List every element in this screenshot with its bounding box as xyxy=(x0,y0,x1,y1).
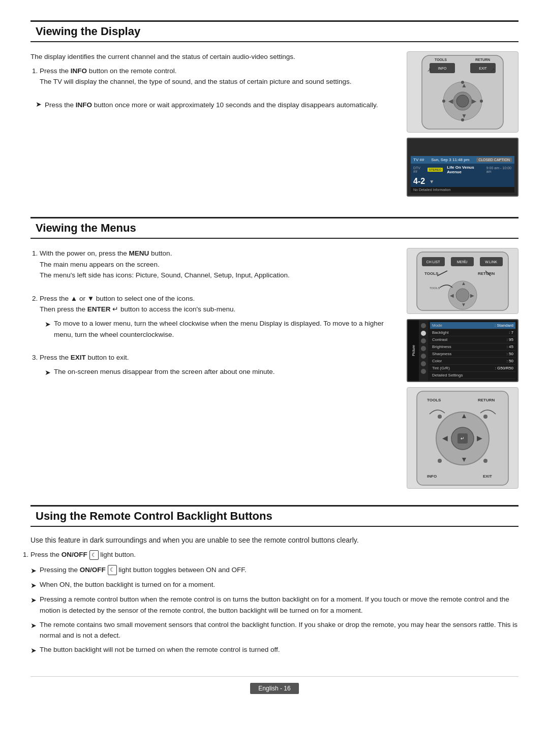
onoff-symbol-2: ☾ xyxy=(108,565,117,575)
section-title-menus: Viewing the Menus xyxy=(36,222,136,235)
backlight-note-5: ➤ The button backlight will not be turne… xyxy=(30,644,518,656)
backlight-note-4: ➤ The remote contains two small movement… xyxy=(30,619,518,641)
section-header-display: Viewing the Display xyxy=(30,20,518,42)
svg-point-55 xyxy=(483,459,487,463)
svg-text:↗: ↗ xyxy=(491,67,495,73)
backlight-note-3: ➤ Pressing a remote control button when … xyxy=(30,594,518,616)
svg-text:RETURN: RETURN xyxy=(478,398,495,402)
svg-text:▲: ▲ xyxy=(461,412,468,420)
display-note-1: ➤ Press the INFO button once more or wai… xyxy=(36,100,396,111)
svg-text:◀: ◀ xyxy=(442,434,448,442)
channel-number: 4-2 xyxy=(413,177,425,186)
svg-text:▶: ▶ xyxy=(470,293,474,298)
onoff-symbol: ☾ xyxy=(89,550,99,560)
menus-note-2: ➤ The on-screen menus disappear from the… xyxy=(45,366,396,378)
svg-text:W.LINK: W.LINK xyxy=(485,260,497,264)
note-arrow-6: ➤ xyxy=(30,594,37,606)
menus-step-3: Press the EXIT button to exit. ➤ The on-… xyxy=(40,352,396,378)
note-arrow-7: ➤ xyxy=(30,620,37,631)
note-arrow-icon: ➤ xyxy=(36,100,42,108)
svg-text:↵: ↵ xyxy=(461,436,465,441)
remote-nav-image: TOOLS RETURN INFO EXIT ↵ ▲ ▼ ◀ ▶ xyxy=(407,387,518,489)
svg-text:▶: ▶ xyxy=(472,98,477,105)
menus-note-1: ➤ To move to a lower menu, turn the whee… xyxy=(45,318,396,340)
text-col-menus: With the power on, press the MENU button… xyxy=(30,248,396,489)
svg-text:⊞: ⊞ xyxy=(464,259,466,262)
display-step-1-sub: The TV will display the channel, the typ… xyxy=(40,78,352,85)
menus-step-2: Press the ▲ or ▼ button to select one of… xyxy=(40,293,396,340)
tv-detail: No Detailed Information xyxy=(411,187,514,193)
page-footer: English - 16 xyxy=(30,676,518,694)
svg-text:TOOLS: TOOLS xyxy=(424,271,439,276)
menu-row-contrast: Contrast : 95 xyxy=(430,336,515,343)
tv-channel-bar: DTV ## STEREO Life On Venus Avenue 9:00 … xyxy=(411,164,514,176)
menu-main-content: Mode : Standard Backlight : 7 Contrast :… xyxy=(428,320,517,381)
menu-icons xyxy=(419,320,428,381)
menus-step-1: With the power on, press the MENU button… xyxy=(40,248,396,281)
page-number-badge: English - 16 xyxy=(250,683,298,694)
section-body-menus: With the power on, press the MENU button… xyxy=(30,248,518,489)
svg-text:◀: ◀ xyxy=(450,293,454,298)
tv-screen-mockup: TV ## Sun, Sep 3 11:48 pm CLOSED CAPTION… xyxy=(407,138,518,197)
note-arrow-4: ➤ xyxy=(30,565,37,576)
svg-point-52 xyxy=(438,415,442,419)
svg-text:CH LIST: CH LIST xyxy=(426,260,441,264)
section-title-backlight: Using the Remote Control Backlight Butto… xyxy=(36,510,272,523)
remote-menu-buttons: CH LIST MENU ⊞ W.LINK TOOLS RETURN xyxy=(407,248,518,314)
text-col-display: The display identifies the current chann… xyxy=(30,51,396,201)
svg-text:INFO: INFO xyxy=(438,67,447,70)
image-col-menus: CH LIST MENU ⊞ W.LINK TOOLS RETURN xyxy=(407,248,518,489)
note-arrow-2: ➤ xyxy=(45,319,51,330)
note-arrow-8: ➤ xyxy=(30,645,37,656)
note-arrow-5: ➤ xyxy=(30,580,37,591)
menu-row-mode: Mode : Standard xyxy=(430,322,515,329)
section-header-menus: Viewing the Menus xyxy=(30,217,518,239)
menu-row-backlight: Backlight : 7 xyxy=(430,329,515,336)
svg-point-15 xyxy=(461,118,464,121)
remote-top-image: INFO EXIT ↗ ↗ ▲ ▼ ◀ ▶ xyxy=(407,51,518,133)
backlight-content: Use this feature in dark surroundings an… xyxy=(30,536,518,656)
note-arrow-3: ➤ xyxy=(45,367,51,378)
svg-text:TOOLS: TOOLS xyxy=(427,398,441,402)
menu-body: Picture Mode xyxy=(408,320,517,381)
tv-inner: TV ## Sun, Sep 3 11:48 pm CLOSED CAPTION… xyxy=(411,142,514,193)
menu-screen-mockup: Picture Mode xyxy=(407,319,518,382)
svg-text:RETURN: RETURN xyxy=(475,58,490,61)
svg-text:EXIT: EXIT xyxy=(479,67,487,70)
svg-text:▼: ▼ xyxy=(461,302,466,307)
remote-top-svg: INFO EXIT ↗ ↗ ▲ ▼ ◀ ▶ xyxy=(412,53,513,132)
svg-point-16 xyxy=(442,100,445,103)
backlight-note-1: ➤ Pressing the ON/OFF ☾ light button tog… xyxy=(30,564,518,576)
svg-text:▶: ▶ xyxy=(477,434,482,442)
menu-row-color: Color : 50 xyxy=(430,358,515,365)
menu-row-tint: Tint (G/R) : G50/R50 xyxy=(430,365,515,372)
display-step-1: Press the INFO button on the remote cont… xyxy=(40,66,396,87)
svg-text:◀: ◀ xyxy=(448,98,453,105)
svg-text:▲: ▲ xyxy=(461,280,466,286)
svg-point-14 xyxy=(461,81,464,84)
backlight-note-2: ➤ When ON, the button backlight is turne… xyxy=(30,579,518,591)
svg-text:▼: ▼ xyxy=(461,455,468,463)
section-header-backlight: Using the Remote Control Backlight Butto… xyxy=(30,505,518,527)
backlight-step-1: Press the ON/OFF ☾ light button. xyxy=(30,549,518,560)
svg-text:MENU: MENU xyxy=(457,260,468,264)
section-viewing-menus: Viewing the Menus With the power on, pre… xyxy=(30,217,518,489)
svg-text:▼: ▼ xyxy=(461,112,467,119)
section-viewing-display: Viewing the Display The display identifi… xyxy=(30,20,518,201)
backlight-notes: ➤ Pressing the ON/OFF ☾ light button tog… xyxy=(30,564,518,656)
section-title-display: Viewing the Display xyxy=(36,25,140,38)
svg-text:TOOLS: TOOLS xyxy=(435,58,447,61)
svg-text:TOOLS: TOOLS xyxy=(430,287,440,290)
svg-point-54 xyxy=(438,459,442,463)
menu-row-detailed: Detailed Settings xyxy=(430,372,515,379)
backlight-intro: Use this feature in dark surroundings an… xyxy=(30,536,518,544)
svg-point-33 xyxy=(456,289,469,302)
menus-steps: With the power on, press the MENU button… xyxy=(30,248,396,281)
svg-point-13 xyxy=(456,95,469,107)
tv-info-bar: TV ## Sun, Sep 3 11:48 pm CLOSED CAPTION xyxy=(411,156,514,164)
svg-text:↗: ↗ xyxy=(427,67,431,73)
svg-point-17 xyxy=(480,100,483,103)
backlight-steps: Press the ON/OFF ☾ light button. xyxy=(30,549,518,560)
svg-text:INFO: INFO xyxy=(427,474,437,479)
image-col-display: INFO EXIT ↗ ↗ ▲ ▼ ◀ ▶ xyxy=(407,51,518,201)
